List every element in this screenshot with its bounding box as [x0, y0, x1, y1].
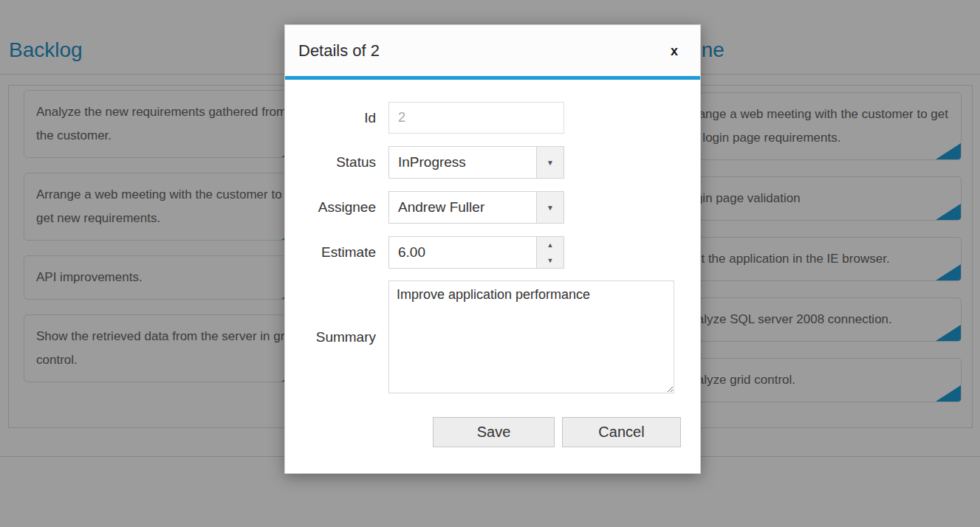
- estimate-spin-buttons: ▲ ▼: [536, 237, 563, 268]
- dialog-header: Details of 2 x: [285, 25, 700, 80]
- assignee-label: Assignee: [285, 199, 376, 216]
- status-dropdown-button[interactable]: ▼: [536, 147, 563, 178]
- status-select[interactable]: InProgress ▼: [388, 146, 564, 179]
- summary-label: Summary: [285, 329, 376, 345]
- status-label: Status: [285, 154, 376, 170]
- chevron-up-icon: ▲: [547, 241, 554, 249]
- spin-up-button[interactable]: ▲: [537, 237, 563, 252]
- status-selected-value: InProgress: [389, 154, 466, 170]
- details-dialog: Details of 2 x Id Status InProgress ▼ As…: [284, 24, 701, 474]
- estimate-stepper: ▲ ▼: [388, 236, 564, 269]
- assignee-selected-value: Andrew Fuller: [389, 199, 484, 216]
- close-icon[interactable]: x: [671, 44, 678, 58]
- assignee-dropdown-button[interactable]: ▼: [536, 192, 563, 223]
- estimate-input[interactable]: [389, 238, 530, 267]
- cancel-button[interactable]: Cancel: [562, 417, 681, 447]
- chevron-down-icon: ▼: [547, 257, 554, 264]
- summary-textarea[interactable]: Improve application performance: [388, 280, 674, 393]
- estimate-label: Estimate: [285, 244, 376, 261]
- dialog-title: Details of 2: [298, 41, 380, 61]
- chevron-down-icon: ▼: [546, 159, 554, 167]
- chevron-down-icon: ▼: [546, 204, 554, 212]
- id-input: [388, 102, 564, 134]
- spin-down-button[interactable]: ▼: [537, 252, 563, 268]
- id-label: Id: [285, 110, 376, 126]
- assignee-select[interactable]: Andrew Fuller ▼: [388, 191, 564, 224]
- save-button[interactable]: Save: [433, 417, 555, 447]
